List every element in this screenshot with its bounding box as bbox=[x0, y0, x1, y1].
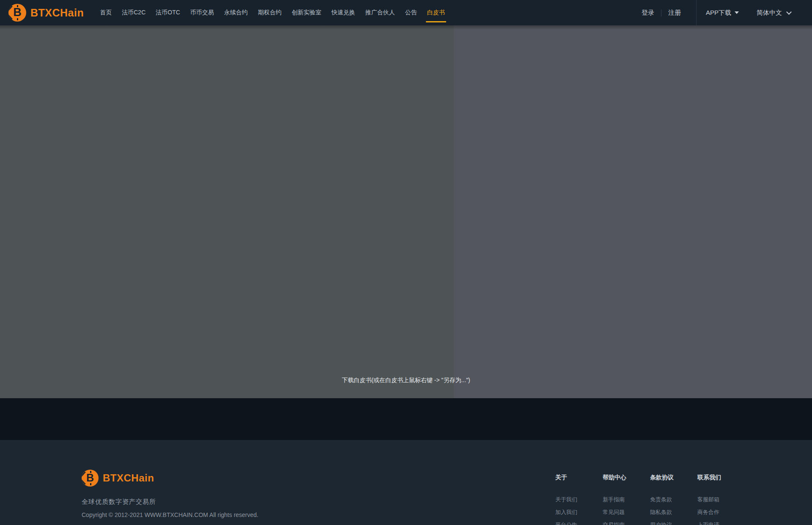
nav-item-quick-swap[interactable]: 快速兑换 bbox=[326, 0, 360, 25]
caret-down-icon bbox=[735, 11, 739, 14]
footer-logo-b-glyph: B bbox=[86, 473, 94, 483]
page-footer: B BTXCHain 全球优质数字资产交易所 Copyright © 2012-… bbox=[0, 440, 812, 525]
footer-link-join-us[interactable]: 加入我们 bbox=[555, 506, 603, 519]
dark-spacer-band bbox=[0, 398, 812, 440]
app-download-label: APP下载 bbox=[706, 9, 731, 17]
whitepaper-viewer-section: 下载白皮书(或在白皮书上鼠标右键 -> "另存为...") bbox=[0, 25, 812, 398]
header-section-divider bbox=[696, 0, 697, 25]
nav-item-perpetual-contracts[interactable]: 永续合约 bbox=[219, 0, 253, 25]
footer-tagline: 全球优质数字资产交易所 bbox=[82, 498, 258, 506]
language-menu[interactable]: 简体中文 bbox=[757, 9, 791, 17]
footer-link-support-email[interactable]: 客服邮箱 bbox=[697, 493, 745, 506]
footer-column-terms: 条款协议 免责条款 隐私条款 用户协议 bbox=[650, 474, 697, 525]
logo-b-bottom-bar bbox=[17, 18, 18, 20]
brand-logo[interactable]: B BTXCHain bbox=[8, 4, 84, 22]
footer-link-listing-application[interactable]: 上币申请 bbox=[697, 519, 745, 525]
footer-logo-rim-cut-bottom bbox=[82, 479, 86, 484]
nav-item-announcements[interactable]: 公告 bbox=[400, 0, 422, 25]
footer-link-faq[interactable]: 常见问题 bbox=[603, 506, 650, 519]
chevron-down-icon bbox=[786, 9, 792, 15]
footer-logo-text: BTXCHain bbox=[103, 472, 154, 484]
footer-column-title: 帮助中心 bbox=[603, 474, 650, 481]
footer-logo-b-top-bar bbox=[90, 471, 91, 473]
whitepaper-pdf-embed[interactable] bbox=[0, 25, 454, 398]
footer-link-platform-announcements[interactable]: 平台公告 bbox=[555, 519, 603, 525]
nav-item-spot-trading[interactable]: 币币交易 bbox=[185, 0, 219, 25]
auth-divider bbox=[661, 9, 661, 16]
footer-link-disclaimer[interactable]: 免责条款 bbox=[650, 493, 697, 506]
footer-link-business-cooperation[interactable]: 商务合作 bbox=[697, 506, 745, 519]
footer-column-title: 关于 bbox=[555, 474, 603, 481]
login-link[interactable]: 登录 bbox=[642, 9, 654, 17]
footer-link-beginner-guide[interactable]: 新手指南 bbox=[603, 493, 650, 506]
footer-column-title: 联系我们 bbox=[697, 474, 745, 481]
main-nav: 首页 法币C2C 法币OTC 币币交易 永续合约 期权合约 创新实验室 快速兑换… bbox=[95, 0, 450, 25]
footer-link-about-us[interactable]: 关于我们 bbox=[555, 493, 603, 506]
nav-item-promotion-partner[interactable]: 推广合伙人 bbox=[360, 0, 400, 25]
register-link[interactable]: 注册 bbox=[668, 9, 681, 17]
language-label: 简体中文 bbox=[757, 9, 782, 17]
logo-rim-cut-top bbox=[8, 5, 13, 11]
footer-btxchain-logo-icon: B bbox=[82, 470, 99, 487]
logo-b-top-bar bbox=[17, 5, 18, 7]
footer-link-user-agreement[interactable]: 用户协议 bbox=[650, 519, 697, 525]
app-download-menu[interactable]: APP下载 bbox=[706, 9, 739, 17]
nav-item-home[interactable]: 首页 bbox=[95, 0, 117, 25]
footer-logo-b-bottom-bar bbox=[90, 483, 91, 485]
btxchain-logo-icon: B bbox=[8, 4, 26, 22]
download-whitepaper-link[interactable]: 下载白皮书(或在白皮书上鼠标右键 -> "另存为...") bbox=[0, 377, 812, 384]
brand-logo-text: BTXCHain bbox=[30, 7, 84, 19]
top-navigation-bar: B BTXCHain 首页 法币C2C 法币OTC 币币交易 永续合约 期权合约… bbox=[0, 0, 812, 25]
footer-logo-rim-cut-top bbox=[82, 471, 86, 476]
footer-copyright: Copyright © 2012-2021 WWW.BTXCHAIN.COM A… bbox=[82, 511, 258, 518]
logo-rim-cut-bottom bbox=[8, 14, 13, 19]
footer-column-about: 关于 关于我们 加入我们 平台公告 bbox=[555, 474, 603, 525]
footer-link-columns: 关于 关于我们 加入我们 平台公告 帮助中心 新手指南 常见问题 交易指南 条款… bbox=[555, 474, 745, 525]
footer-link-trading-guide[interactable]: 交易指南 bbox=[603, 519, 650, 525]
footer-link-privacy-terms[interactable]: 隐私条款 bbox=[650, 506, 697, 519]
footer-column-help-center: 帮助中心 新手指南 常见问题 交易指南 bbox=[603, 474, 650, 525]
nav-item-fiat-otc[interactable]: 法币OTC bbox=[151, 0, 185, 25]
header-right-actions: 登录 注册 APP下载 简体中文 bbox=[642, 0, 791, 25]
nav-item-whitepaper[interactable]: 白皮书 bbox=[422, 0, 450, 25]
nav-item-fiat-c2c[interactable]: 法币C2C bbox=[117, 0, 151, 25]
footer-column-title: 条款协议 bbox=[650, 474, 697, 481]
footer-column-contact: 联系我们 客服邮箱 商务合作 上币申请 bbox=[697, 474, 745, 525]
logo-b-glyph: B bbox=[13, 7, 22, 18]
footer-brand-block: B BTXCHain 全球优质数字资产交易所 Copyright © 2012-… bbox=[82, 470, 258, 518]
nav-item-options-contracts[interactable]: 期权合约 bbox=[253, 0, 287, 25]
nav-item-innovation-lab[interactable]: 创新实验室 bbox=[287, 0, 326, 25]
